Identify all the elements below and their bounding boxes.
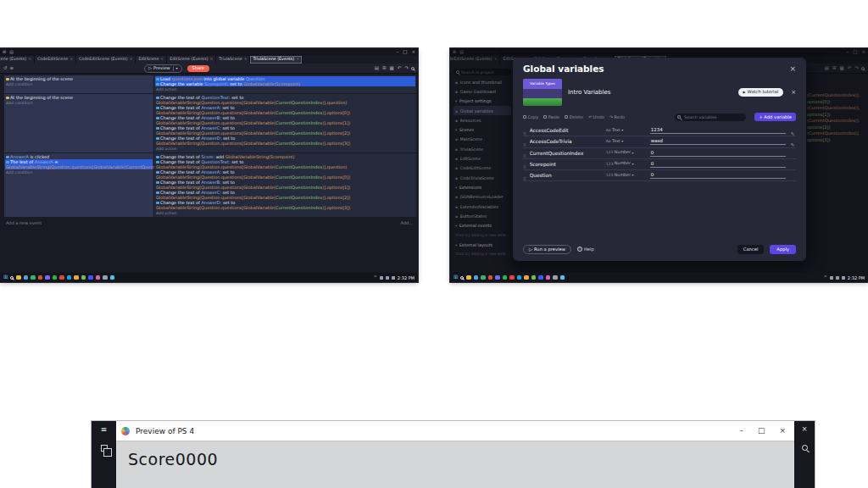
toolbar-icon[interactable]: ⊞ (382, 66, 387, 71)
taskbar-app-icon[interactable] (74, 275, 79, 280)
preview-button[interactable]: ▷ Preview ▾ (144, 64, 181, 73)
taskbar-app-icon[interactable] (88, 275, 93, 280)
variable-row[interactable]: Scorepoint 123 Number ▾ 0 (523, 159, 796, 170)
menu-icon[interactable]: ≡ (101, 426, 108, 434)
conditions-cell[interactable]: At the beginning of the sceneAdd conditi… (4, 75, 153, 93)
event-line[interactable]: Change the text of AnswerC: set to Globa… (155, 190, 415, 200)
event-line[interactable]: Change the text of AnswerD: set to Globa… (155, 136, 415, 146)
editor-tab[interactable]: TriviaScene (Events) (250, 56, 303, 64)
variable-value-input[interactable]: wasd (650, 138, 786, 145)
editor-tab[interactable]: CodeEditScene (35, 56, 76, 64)
editor-tab[interactable]: EditScene (136, 56, 167, 64)
apply-button[interactable]: Apply (770, 245, 796, 253)
taskbar-app-icon[interactable] (110, 275, 115, 280)
actions-cell[interactable]: Load questions.json into global variable… (154, 75, 416, 93)
cancel-button[interactable]: Cancel (737, 245, 765, 253)
taskbar-app-icon[interactable] (16, 275, 21, 280)
editor-tab[interactable]: TriviaScene (216, 56, 250, 64)
variable-row[interactable]: AccessCodeEdit Aa Text ▾ 1234 (523, 125, 796, 136)
taskbar-app-icon[interactable] (474, 275, 479, 280)
toolbar-icon[interactable]: ↷ (404, 66, 409, 71)
app-grid-icon[interactable]: ⊞ (3, 50, 6, 54)
tab-close-icon[interactable] (130, 58, 133, 62)
event-line[interactable]: Change the text of QuestionText: set to … (155, 159, 415, 169)
dialog-close-icon[interactable]: × (789, 65, 796, 73)
variable-type-select[interactable]: 123 Number ▾ (606, 174, 647, 178)
close-icon[interactable]: × (802, 426, 808, 433)
edit-value-icon[interactable] (789, 134, 796, 150)
event-line[interactable]: Add action (155, 146, 415, 152)
paste-button[interactable]: Paste (543, 115, 559, 119)
delete-button[interactable]: Delete (565, 115, 583, 119)
actions-cell[interactable]: Change the text of Score: add GlobalVari… (154, 153, 416, 217)
tab-close-icon[interactable] (210, 58, 214, 62)
maximize-button[interactable]: □ (758, 427, 765, 435)
conditions-cell[interactable]: At the beginning of the sceneAdd conditi… (4, 94, 153, 152)
variables-search-box[interactable] (675, 114, 746, 121)
variable-name[interactable]: Question (530, 173, 603, 178)
taskbar-app-icon[interactable] (31, 275, 36, 280)
event-line[interactable]: Change the text of QuestionText: set to … (155, 95, 415, 105)
network-icon[interactable] (830, 276, 833, 280)
taskbar-app-icon[interactable] (45, 275, 50, 280)
taskbar-app-icon[interactable] (509, 275, 515, 280)
run-preview-button[interactable]: ▷ Run a preview (523, 245, 571, 254)
taskbar-app-icon[interactable] (503, 275, 508, 280)
actions-cell[interactable]: Change the text of QuestionText: set to … (154, 94, 416, 152)
taskbar-app-icon[interactable] (96, 275, 101, 280)
taskbar-app-icon[interactable] (538, 275, 543, 280)
chevron-down-icon[interactable]: ▾ (176, 67, 178, 70)
taskbar-search-icon[interactable] (460, 276, 464, 280)
event-line[interactable]: Change the text of AnswerC: set to Globa… (155, 125, 415, 136)
minimize-button[interactable]: – (739, 427, 743, 435)
maximize-button[interactable]: □ (403, 50, 407, 55)
variable-value-input[interactable]: 0 (650, 172, 786, 179)
undo-button[interactable]: ↶ Undo (588, 115, 604, 119)
redo-button[interactable]: ↷ Redo (609, 115, 625, 119)
tab-close-icon[interactable] (70, 58, 73, 62)
toolbar-icon[interactable]: ▤ (375, 66, 379, 71)
banner-close-icon[interactable]: × (791, 90, 796, 96)
volume-icon[interactable] (386, 276, 389, 280)
search-icon[interactable] (411, 67, 415, 70)
toolbar-icon[interactable]: ▦ (390, 66, 394, 71)
variable-type-select[interactable]: 123 Number ▾ (606, 151, 647, 155)
variable-row[interactable]: AccessCodeTrivia Aa Text ▾ wasd (523, 136, 796, 147)
event-line[interactable]: Change the text of AnswerB: set to Globa… (155, 115, 415, 125)
drag-handle-icon[interactable] (523, 168, 526, 184)
add-new-event-link[interactable]: Add a new event (6, 220, 42, 225)
network-icon[interactable] (380, 276, 383, 280)
battery-icon[interactable] (842, 276, 845, 280)
event-line[interactable]: Add condition (5, 100, 153, 106)
close-button[interactable]: × (411, 50, 415, 55)
conditions-cell[interactable]: AnswerA is clickedThe text of AnswerA = … (4, 153, 153, 217)
search-icon[interactable] (802, 445, 808, 451)
taskbar-app-icon[interactable] (103, 275, 108, 280)
variable-value-input[interactable]: 1234 (650, 127, 786, 134)
event-line[interactable]: Change the text of AnswerB: set to Globa… (155, 180, 415, 190)
event-line[interactable]: Add action (155, 210, 415, 216)
variable-row[interactable]: Question 123 Number ▾ 0 (523, 170, 796, 181)
tray-chevron-icon[interactable]: ^ (824, 275, 827, 280)
taskbar-clock[interactable]: 2:32 PM (848, 275, 865, 280)
start-button[interactable]: ⊞ (3, 274, 8, 280)
event-line[interactable]: Add action (155, 86, 415, 92)
editor-tab[interactable]: nScene (Events) (0, 56, 35, 64)
tab-close-icon[interactable] (28, 58, 31, 62)
watch-tutorial-button[interactable]: ▶ Watch tutorial (738, 88, 784, 96)
variable-name[interactable]: CurrentQuestionIndex (530, 151, 603, 156)
variable-value-input[interactable]: 0 (650, 150, 786, 157)
minimize-button[interactable]: – (396, 50, 398, 55)
taskbar-app-icon[interactable] (495, 275, 500, 280)
taskbar-app-icon[interactable] (531, 275, 537, 280)
variable-value-input[interactable]: 0 (650, 161, 786, 168)
toolbar-icon[interactable]: ↶ (398, 66, 402, 71)
start-button[interactable]: ⊞ (453, 274, 458, 280)
editor-tab[interactable]: EditScene (Events) (167, 56, 216, 64)
taskbar-app-icon[interactable] (53, 275, 58, 280)
taskbar-app-icon[interactable] (24, 275, 29, 280)
event-line[interactable]: The text of AnswerA = GlobalVariableStri… (5, 159, 153, 169)
copy-button[interactable]: Copy (523, 115, 538, 119)
tray-chevron-icon[interactable]: ^ (374, 275, 377, 280)
taskbar-app-icon[interactable] (524, 275, 529, 280)
